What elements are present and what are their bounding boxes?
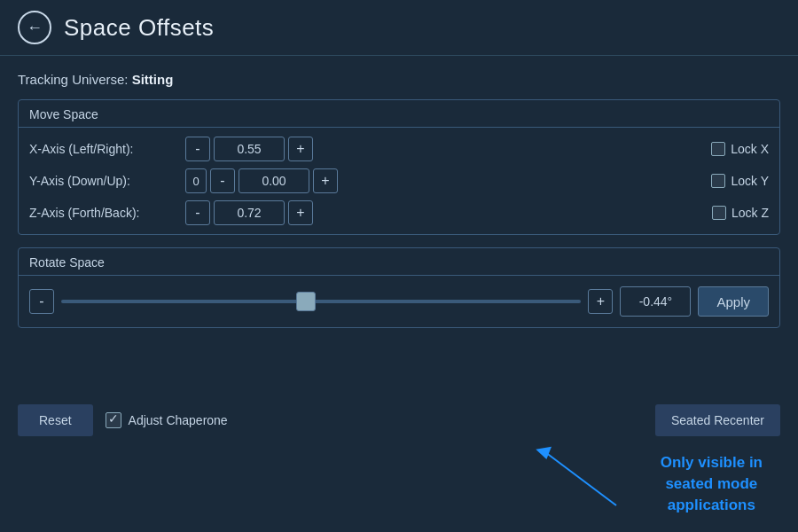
adjust-chaperone-text: Adjust Chaperone: [129, 413, 228, 427]
rotate-slider[interactable]: [61, 300, 581, 303]
x-axis-label: X-Axis (Left/Right):: [29, 142, 180, 156]
move-space-title: Move Space: [19, 100, 779, 128]
y-minus-button[interactable]: -: [210, 168, 235, 193]
x-axis-controls: - +: [185, 137, 700, 161]
svg-marker-1: [536, 447, 553, 461]
x-lock-text: Lock X: [731, 142, 769, 156]
x-minus-button[interactable]: -: [185, 137, 210, 161]
rotate-minus-button[interactable]: -: [29, 289, 54, 314]
rotate-slider-container: [61, 300, 581, 303]
z-axis-label: Z-Axis (Forth/Back):: [29, 206, 180, 220]
z-lock-text: Lock Z: [732, 206, 769, 220]
rotate-space-body: - + Apply: [19, 276, 779, 327]
x-value-input[interactable]: [214, 137, 285, 161]
y-zero-badge[interactable]: 0: [185, 168, 207, 193]
y-plus-button[interactable]: +: [313, 168, 338, 193]
y-lock-label[interactable]: Lock Y: [711, 174, 769, 188]
y-axis-label: Y-Axis (Down/Up):: [29, 174, 180, 188]
y-lock-text: Lock Y: [731, 174, 769, 188]
x-plus-button[interactable]: +: [288, 137, 313, 161]
move-space-body: X-Axis (Left/Right): - + Lock X Y-Axis (…: [19, 128, 779, 234]
move-space-panel: Move Space X-Axis (Left/Right): - + Lock…: [18, 99, 780, 235]
tracking-label: Tracking Universe:: [18, 72, 128, 87]
header: ← Space Offsets: [0, 0, 798, 56]
y-value-input[interactable]: [239, 168, 309, 193]
rotate-value-input[interactable]: [620, 286, 691, 317]
adjust-chaperone-checkbox[interactable]: [106, 412, 121, 428]
z-axis-controls: - +: [185, 200, 701, 225]
page-title: Space Offsets: [64, 14, 214, 42]
rotate-space-title: Rotate Space: [19, 248, 779, 276]
z-lock-checkbox[interactable]: [712, 206, 726, 220]
svg-line-0: [545, 452, 616, 505]
back-button[interactable]: ←: [18, 11, 51, 44]
rotate-plus-button[interactable]: +: [588, 289, 613, 314]
z-value-input[interactable]: [214, 200, 285, 225]
seated-recenter-button[interactable]: Seated Recenter: [655, 404, 780, 436]
x-lock-label[interactable]: Lock X: [711, 142, 769, 156]
y-axis-controls: 0 - +: [185, 168, 700, 193]
x-lock-checkbox[interactable]: [711, 142, 725, 156]
tracking-value: Sitting: [132, 72, 174, 87]
z-plus-button[interactable]: +: [288, 200, 313, 225]
z-axis-row: Z-Axis (Forth/Back): - + Lock Z: [29, 200, 769, 225]
annotation-text: Only visible inseated modeapplications: [661, 452, 763, 515]
content-area: Tracking Universe: Sitting Move Space X-…: [0, 56, 798, 397]
x-axis-row: X-Axis (Left/Right): - + Lock X: [29, 137, 769, 161]
apply-button[interactable]: Apply: [698, 286, 769, 317]
z-minus-button[interactable]: -: [185, 200, 210, 225]
adjust-chaperone-label[interactable]: Adjust Chaperone: [106, 412, 228, 428]
annotation-arrow-icon: [519, 443, 625, 514]
z-lock-label[interactable]: Lock Z: [712, 206, 769, 220]
rotate-space-panel: Rotate Space - + Apply: [18, 247, 780, 328]
annotation-area: Only visible inseated modeapplications: [18, 443, 780, 532]
y-axis-row: Y-Axis (Down/Up): 0 - + Lock Y: [29, 168, 769, 193]
reset-button[interactable]: Reset: [18, 404, 93, 436]
tracking-universe: Tracking Universe: Sitting: [18, 72, 780, 87]
y-lock-checkbox[interactable]: [711, 174, 725, 188]
bottom-bar: Reset Adjust Chaperone Seated Recenter: [0, 397, 798, 443]
